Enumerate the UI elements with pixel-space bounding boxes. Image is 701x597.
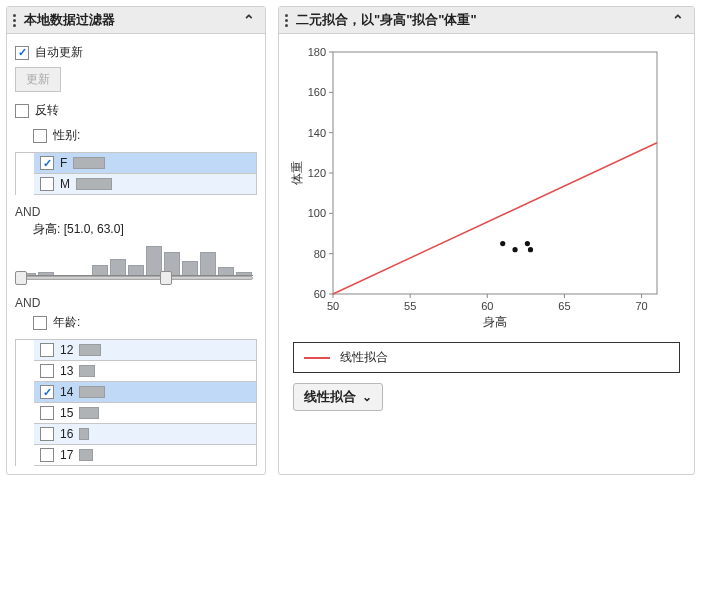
drag-handle-icon[interactable] <box>11 12 18 29</box>
age-item-label: 14 <box>60 385 73 399</box>
sex-item-row[interactable]: M <box>34 174 256 195</box>
age-item-checkbox[interactable] <box>40 364 54 378</box>
invert-checkbox[interactable] <box>15 104 29 118</box>
height-slider-thumb-left[interactable] <box>15 271 27 285</box>
age-item-label: 17 <box>60 448 73 462</box>
svg-text:60: 60 <box>481 300 493 312</box>
collapse-icon[interactable]: ⌃ <box>670 12 686 28</box>
and-label-2: AND <box>15 296 257 310</box>
update-button[interactable]: 更新 <box>15 67 61 92</box>
sex-item-checkbox[interactable] <box>40 156 54 170</box>
svg-point-28 <box>525 241 530 246</box>
age-item-row[interactable]: 13 <box>34 361 256 382</box>
sex-item-label: F <box>60 156 67 170</box>
height-histogram <box>19 244 253 276</box>
filter-panel-title: 本地数据过滤器 <box>24 11 235 29</box>
svg-point-29 <box>512 247 517 252</box>
height-slider-thumb-right[interactable] <box>160 271 172 285</box>
auto-update-row: 自动更新 <box>15 42 257 67</box>
sex-item-mini-bar <box>73 157 105 169</box>
svg-text:160: 160 <box>308 86 326 98</box>
legend-label: 线性拟合 <box>340 349 388 366</box>
age-item-row[interactable]: 16 <box>34 424 256 445</box>
age-header-row: 年龄: <box>15 312 257 337</box>
svg-text:65: 65 <box>558 300 570 312</box>
filter-panel-header: 本地数据过滤器 ⌃ <box>7 7 265 34</box>
svg-text:80: 80 <box>314 248 326 260</box>
svg-point-30 <box>528 247 533 252</box>
scatter-chart: 60801001201401601805055606570身高体重 <box>287 44 672 334</box>
fit-type-dropdown-label: 线性拟合 <box>304 388 356 406</box>
age-item-checkbox[interactable] <box>40 427 54 441</box>
fit-panel-header: 二元拟合，以"身高"拟合"体重" ⌃ <box>279 7 694 34</box>
sex-item-mini-bar <box>76 178 112 190</box>
legend-line-swatch <box>304 357 330 359</box>
auto-update-label: 自动更新 <box>35 44 83 61</box>
age-item-mini-bar <box>79 428 89 440</box>
sex-header-label: 性别: <box>53 127 80 144</box>
age-item-checkbox[interactable] <box>40 406 54 420</box>
sex-item-label: M <box>60 177 70 191</box>
age-item-label: 13 <box>60 364 73 378</box>
age-item-checkbox[interactable] <box>40 343 54 357</box>
age-item-checkbox[interactable] <box>40 448 54 462</box>
chart-area: 60801001201401601805055606570身高体重 <box>279 34 694 336</box>
svg-text:50: 50 <box>327 300 339 312</box>
age-item-row[interactable]: 14 <box>34 382 256 403</box>
age-select-all-checkbox[interactable] <box>33 316 47 330</box>
sex-select-all-checkbox[interactable] <box>33 129 47 143</box>
fit-panel-title: 二元拟合，以"身高"拟合"体重" <box>296 11 664 29</box>
svg-text:60: 60 <box>314 288 326 300</box>
collapse-icon[interactable]: ⌃ <box>241 12 257 28</box>
age-item-row[interactable]: 17 <box>34 445 256 466</box>
invert-label: 反转 <box>35 102 59 119</box>
svg-text:55: 55 <box>404 300 416 312</box>
age-item-row[interactable]: 12 <box>34 340 256 361</box>
svg-text:100: 100 <box>308 207 326 219</box>
fit-panel: 二元拟合，以"身高"拟合"体重" ⌃ 608010012014016018050… <box>278 6 695 475</box>
svg-text:70: 70 <box>635 300 647 312</box>
legend: 线性拟合 <box>293 342 680 373</box>
svg-text:140: 140 <box>308 127 326 139</box>
age-item-label: 16 <box>60 427 73 441</box>
svg-point-27 <box>500 241 505 246</box>
age-item-row[interactable]: 15 <box>34 403 256 424</box>
invert-row: 反转 <box>15 100 257 125</box>
height-slider-track <box>19 276 253 280</box>
svg-text:180: 180 <box>308 46 326 58</box>
auto-update-checkbox[interactable] <box>15 46 29 60</box>
height-slider[interactable] <box>19 240 253 286</box>
and-label-1: AND <box>15 205 257 219</box>
age-item-mini-bar <box>79 449 93 461</box>
svg-text:120: 120 <box>308 167 326 179</box>
age-item-mini-bar <box>79 344 101 356</box>
age-item-label: 15 <box>60 406 73 420</box>
age-item-label: 12 <box>60 343 73 357</box>
sex-item-row[interactable]: F <box>34 153 256 174</box>
sex-list: FM <box>15 152 257 195</box>
fit-type-dropdown[interactable]: 线性拟合 ⌄ <box>293 383 383 411</box>
age-list: 121314151617 <box>15 339 257 466</box>
age-item-checkbox[interactable] <box>40 385 54 399</box>
svg-rect-0 <box>333 52 657 294</box>
svg-text:体重: 体重 <box>290 161 304 185</box>
svg-text:身高: 身高 <box>483 315 507 329</box>
chevron-down-icon: ⌄ <box>362 390 372 404</box>
height-range-label: 身高: [51.0, 63.0] <box>33 221 257 238</box>
drag-handle-icon[interactable] <box>283 12 290 29</box>
age-header-label: 年龄: <box>53 314 80 331</box>
age-item-mini-bar <box>79 365 95 377</box>
age-item-mini-bar <box>79 386 105 398</box>
sex-item-checkbox[interactable] <box>40 177 54 191</box>
filter-panel: 本地数据过滤器 ⌃ 自动更新 更新 反转 性别: FM AND 身高: [51.… <box>6 6 266 475</box>
age-item-mini-bar <box>79 407 99 419</box>
sex-header-row: 性别: <box>15 125 257 150</box>
